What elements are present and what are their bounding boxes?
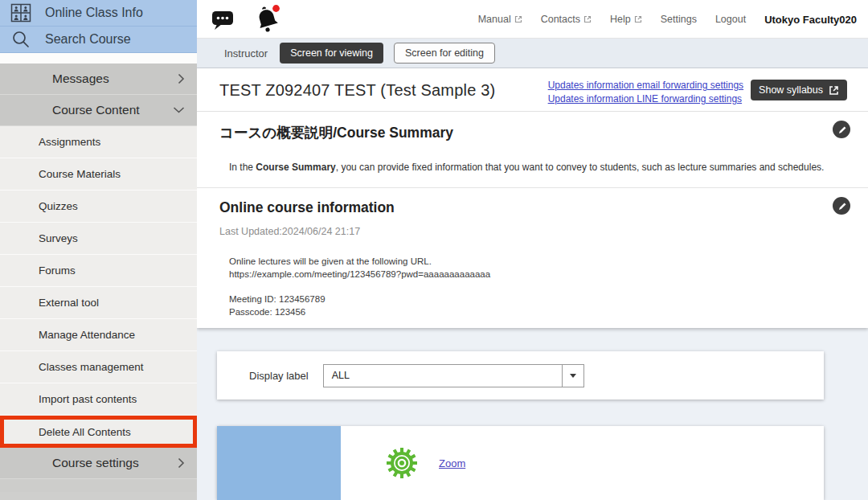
sidebar-item-label: Forums — [39, 264, 76, 277]
nav-label: Logout — [715, 14, 746, 25]
nav-label: Contacts — [541, 14, 580, 25]
class-grid-icon — [10, 3, 32, 23]
nav-label: Help — [610, 14, 631, 25]
section-heading: Online course information — [219, 199, 845, 216]
last-updated-text: Last Updated:2024/06/24 21:17 — [219, 226, 845, 237]
search-icon — [10, 30, 32, 49]
gear-icon — [384, 445, 420, 484]
online-info-body: Online lectures will be given at the fol… — [229, 256, 845, 318]
nav-logout[interactable]: Logout — [715, 14, 746, 25]
chevron-down-icon — [173, 107, 185, 114]
sidebar-item-delete-all-contents[interactable]: Delete All Contents — [0, 416, 197, 448]
select-value: ALL — [324, 370, 562, 381]
sidebar-item-external-tool[interactable]: External tool — [0, 287, 197, 319]
material-row-card: Zoom — [217, 426, 824, 500]
chevron-right-icon — [178, 457, 185, 469]
sidebar-item-classes-management[interactable]: Classes management — [0, 351, 197, 383]
sidebar-group-label: Course Content — [52, 103, 140, 117]
sidebar-item-search-course[interactable]: Search Course — [0, 27, 197, 53]
email-forwarding-settings-link[interactable]: Updates information email forwarding set… — [548, 80, 743, 91]
sidebar-item-label: Assignments — [39, 136, 100, 148]
notification-bell-icon[interactable] — [255, 3, 284, 40]
external-link-icon — [634, 15, 642, 23]
sidebar-item-label: Classes management — [39, 361, 144, 373]
nav-settings[interactable]: Settings — [661, 14, 697, 25]
show-syllabus-button[interactable]: Show syllabus — [751, 80, 847, 100]
section-heading: コースの概要説明/Course Summary — [219, 123, 845, 142]
display-label-card: Display label ALL — [217, 351, 824, 400]
meeting-id: Meeting ID: 123456789 — [229, 293, 845, 306]
lms-page: Online Class Info Search Course Messages… — [0, 0, 868, 500]
sidebar-divider — [0, 53, 197, 64]
course-title-row: TEST Z092407 TEST (Test Sample 3) Update… — [197, 68, 868, 112]
external-link-icon — [829, 85, 839, 96]
edit-online-info-button[interactable] — [833, 197, 850, 215]
sidebar-item-online-class-info[interactable]: Online Class Info — [0, 0, 197, 27]
sidebar-item-label: Import past contents — [39, 393, 137, 405]
info-line: Online lectures will be given at the fol… — [229, 256, 845, 268]
sidebar: Online Class Info Search Course Messages… — [0, 0, 197, 500]
sidebar-item-label: Quizzes — [39, 200, 78, 212]
material-thumbnail — [217, 426, 341, 500]
sidebar-filler — [0, 479, 197, 492]
display-label-select[interactable]: ALL — [323, 364, 584, 387]
sidebar-item-label: External tool — [39, 297, 99, 309]
view-mode-bar: Instructor Screen for viewing Screen for… — [197, 39, 868, 68]
nav-contacts[interactable]: Contacts — [541, 14, 592, 25]
page-title: TEST Z092407 TEST (Test Sample 3) — [219, 81, 495, 100]
sidebar-item-course-materials[interactable]: Course Materials — [0, 158, 197, 191]
user-name: Utokyo Faculty020 — [764, 14, 857, 26]
online-course-info-section: Online course information Last Updated:2… — [197, 188, 868, 318]
top-bar: Manual Contacts Help Settings Logout U — [197, 0, 868, 39]
external-link-icon — [583, 15, 592, 23]
top-nav: Manual Contacts Help Settings Logout U — [478, 0, 857, 39]
select-arrow-button[interactable] — [562, 365, 583, 387]
sidebar-item-forums[interactable]: Forums — [0, 255, 197, 287]
sidebar-item-label: Delete All Contents — [39, 426, 131, 438]
meeting-url: https://example.com/meeting/123456789?pw… — [229, 268, 845, 281]
nav-manual[interactable]: Manual — [478, 14, 522, 25]
sidebar-group-course-content[interactable]: Course Content — [0, 95, 197, 126]
edit-course-summary-button[interactable] — [833, 121, 850, 138]
sidebar-item-label: Surveys — [39, 232, 78, 244]
sidebar-item-label: Search Course — [45, 32, 131, 47]
show-syllabus-label: Show syllabus — [759, 84, 823, 96]
course-summary-section: コースの概要説明/Course Summary In the Course Su… — [197, 112, 868, 188]
tab-screen-for-editing[interactable]: Screen for editing — [394, 43, 495, 64]
tab-screen-for-viewing[interactable]: Screen for viewing — [280, 43, 383, 64]
pencil-icon — [837, 201, 847, 211]
sidebar-item-quizzes[interactable]: Quizzes — [0, 191, 197, 223]
sidebar-item-label: Manage Attendance — [39, 329, 135, 341]
sidebar-item-surveys[interactable]: Surveys — [0, 223, 197, 255]
main-area: Manual Contacts Help Settings Logout U — [197, 0, 868, 500]
pencil-icon — [837, 125, 847, 135]
sidebar-item-manage-attendance[interactable]: Manage Attendance — [0, 319, 197, 351]
line-forwarding-settings-link[interactable]: Updates information LINE forwarding sett… — [548, 93, 743, 105]
sidebar-group-label: Course settings — [52, 456, 139, 470]
passcode: Passcode: 123456 — [229, 306, 845, 319]
chevron-right-icon — [178, 73, 185, 84]
nav-label: Settings — [661, 14, 697, 25]
nav-help[interactable]: Help — [610, 14, 642, 25]
display-label-text: Display label — [249, 370, 309, 382]
nav-label: Manual — [478, 14, 511, 25]
messages-chat-icon[interactable] — [211, 9, 235, 34]
sidebar-group-label: Messages — [52, 72, 109, 86]
sidebar-item-assignments[interactable]: Assignments — [0, 126, 197, 158]
sidebar-group-course-settings[interactable]: Course settings — [0, 448, 197, 479]
course-summary-text: In the Course Summary, you can provide f… — [229, 162, 845, 173]
caret-down-icon — [570, 374, 576, 378]
sidebar-item-import-past-contents[interactable]: Import past contents — [0, 383, 197, 416]
sidebar-item-label: Online Class Info — [45, 6, 143, 20]
zoom-link[interactable]: Zoom — [439, 457, 465, 469]
external-link-icon — [514, 15, 522, 23]
sidebar-group-messages[interactable]: Messages — [0, 64, 197, 95]
sidebar-item-label: Course Materials — [39, 168, 121, 180]
role-label: Instructor — [224, 47, 268, 59]
course-content-panel: TEST Z092407 TEST (Test Sample 3) Update… — [197, 68, 868, 328]
